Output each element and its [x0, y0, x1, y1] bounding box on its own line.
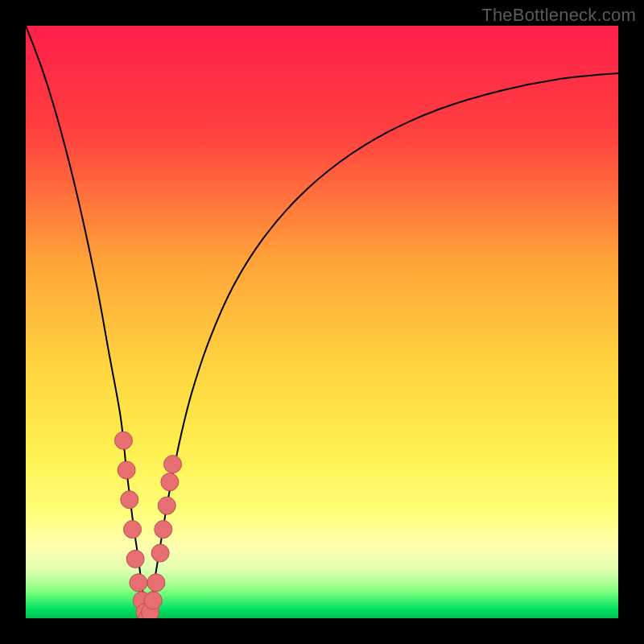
watermark-text: TheBottleneck.com	[481, 5, 636, 26]
plot-area	[26, 26, 618, 618]
curve-marker	[158, 497, 175, 514]
curve-marker	[126, 550, 144, 568]
curve-marker	[118, 461, 135, 479]
curve-marker	[144, 592, 162, 609]
curve-marker	[130, 574, 147, 592]
curve-marker	[123, 521, 141, 539]
curve-marker	[151, 544, 169, 562]
bottleneck-chart-svg	[26, 26, 618, 618]
curve-marker	[147, 574, 165, 592]
curve-marker	[164, 456, 182, 473]
chart-frame: TheBottleneck.com	[0, 0, 644, 644]
curve-marker	[114, 431, 132, 449]
curve-marker	[121, 491, 138, 509]
curve-marker	[155, 521, 172, 539]
curve-marker	[161, 473, 179, 491]
gradient-background	[26, 26, 618, 618]
